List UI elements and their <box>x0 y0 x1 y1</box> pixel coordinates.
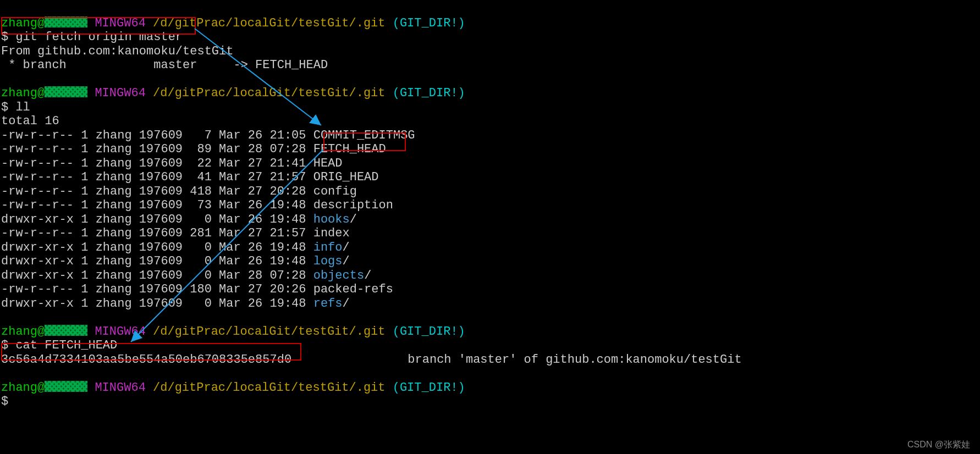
at-sign: @ <box>37 86 45 100</box>
mingw-label: MINGW64 <box>95 86 145 100</box>
prompt-dollar: $ <box>1 30 8 44</box>
at-sign: @ <box>37 325 45 339</box>
censored-host <box>45 16 87 27</box>
git-dir-tag: (GIT_DIR!) <box>393 86 465 100</box>
git-dir-tag: (GIT_DIR!) <box>393 325 465 339</box>
censored-host <box>45 325 87 336</box>
cmd-cat: cat FETCH_HEAD <box>15 339 117 352</box>
watermark: CSDN @张紫娃 <box>907 439 970 451</box>
prompt-dollar: $ <box>1 101 8 114</box>
terminal-output[interactable]: zhang@ MINGW64 /d/gitPrac/localGit/testG… <box>0 0 980 409</box>
cwd-path: /d/gitPrac/localGit/testGit/.git <box>153 16 385 30</box>
git-dir-tag: (GIT_DIR!) <box>393 381 465 395</box>
ll-listing: -rw-r--r-- 1 zhang 197609 7 Mar 26 21:05… <box>1 129 415 311</box>
prompt-user: zhang <box>1 16 37 30</box>
fetch-head-label: FETCH_HEAD <box>255 58 328 72</box>
fetch-branch-line-pre: * branch master -> <box>1 58 255 72</box>
cmd-git-fetch: git fetch origin master <box>15 30 183 44</box>
cwd-path: /d/gitPrac/localGit/testGit/.git <box>153 325 385 339</box>
censored-host <box>45 381 87 392</box>
at-sign: @ <box>37 16 45 30</box>
fetch-head-rest: branch 'master' of github.com:kanomoku/t… <box>408 353 741 367</box>
mingw-label: MINGW64 <box>95 325 145 339</box>
cmd-ll: ll <box>15 101 30 114</box>
prompt-user: zhang <box>1 381 37 395</box>
mingw-label: MINGW64 <box>95 16 145 30</box>
prompt-user: zhang <box>1 325 37 339</box>
cwd-path: /d/gitPrac/localGit/testGit/.git <box>153 381 385 395</box>
ll-total: total 16 <box>1 114 59 128</box>
prompt-dollar: $ <box>1 339 8 352</box>
mingw-label: MINGW64 <box>95 381 145 395</box>
cwd-path: /d/gitPrac/localGit/testGit/.git <box>153 86 385 100</box>
fetch-head-hash: 3c56a4d7334103aa5be554a50eb6708335e857d0 <box>1 353 291 367</box>
prompt-dollar: $ <box>1 395 8 408</box>
at-sign: @ <box>37 381 45 395</box>
fetch-from-line: From github.com:kanomoku/testGit <box>1 45 233 58</box>
git-dir-tag: (GIT_DIR!) <box>393 16 465 30</box>
prompt-user: zhang <box>1 86 37 100</box>
censored-host <box>45 86 87 97</box>
